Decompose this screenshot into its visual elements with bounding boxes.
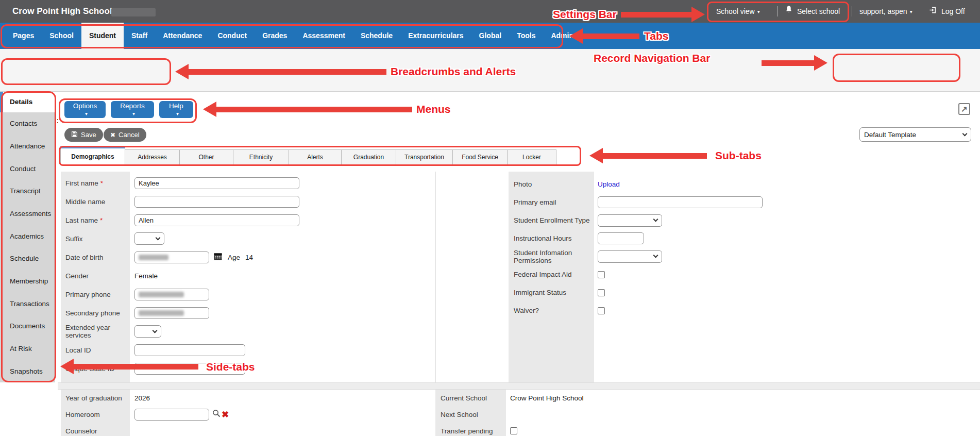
- homeroom-field[interactable]: [134, 409, 209, 421]
- subtab-food-service[interactable]: Food Service: [452, 149, 508, 165]
- sidetab-assessments[interactable]: Assessments: [0, 203, 54, 225]
- tab-attendance[interactable]: Attendance: [155, 23, 210, 49]
- first-name-field[interactable]: [134, 177, 299, 189]
- help-menu-button[interactable]: Help ▾: [159, 101, 193, 118]
- secondary-phone-field[interactable]: [134, 307, 209, 319]
- federal-impact-aid-label: Federal Impact Aid: [509, 271, 594, 278]
- settings-bar: Crow Point High School School view▾ Sele…: [0, 0, 980, 23]
- chevron-down-icon: [962, 131, 968, 136]
- options-menu-button[interactable]: Options ▾: [64, 101, 106, 118]
- tab-staff[interactable]: Staff: [124, 23, 155, 49]
- instructional-hours-field[interactable]: [598, 232, 644, 244]
- user-menu[interactable]: support, aspen▾: [859, 0, 913, 23]
- field-row-waiver: Waiver?: [509, 301, 972, 320]
- sub-tab-bar: Demographics Addresses Other Ethnicity A…: [60, 146, 556, 165]
- info-permissions-label: Student Infomation Permissions: [509, 249, 594, 264]
- federal-impact-aid-checkbox[interactable]: [598, 271, 605, 278]
- primary-email-label: Primary email: [509, 198, 594, 206]
- side-tab-list: Contacts Attendance Conduct Transcript A…: [0, 112, 55, 382]
- subtab-addresses[interactable]: Addresses: [125, 149, 180, 165]
- info-permissions-select[interactable]: [598, 250, 662, 263]
- tab-conduct[interactable]: Conduct: [210, 23, 255, 49]
- immigrant-status-label: Immigrant Status: [509, 289, 594, 296]
- field-row-counselor: Counselor: [61, 423, 432, 436]
- extended-year-services-select[interactable]: [134, 325, 161, 338]
- tab-school[interactable]: School: [42, 23, 81, 49]
- sidetab-membership[interactable]: Membership: [0, 270, 54, 293]
- sidetab-academics[interactable]: Academics: [0, 225, 54, 247]
- chevron-down-icon: ▾: [132, 111, 135, 116]
- tab-student[interactable]: Student: [81, 23, 124, 49]
- tab-tools[interactable]: Tools: [509, 23, 543, 49]
- field-row-primary-phone: Primary phone: [61, 285, 435, 304]
- suffix-select[interactable]: [134, 232, 164, 245]
- subtab-ethnicity[interactable]: Ethnicity: [233, 149, 289, 165]
- select-school-button[interactable]: Select school: [785, 0, 840, 23]
- chevron-down-icon: ▾: [757, 9, 760, 14]
- primary-email-field[interactable]: [598, 196, 763, 208]
- template-select-value: Default Template: [864, 131, 916, 139]
- photo-upload-link[interactable]: Upload: [598, 180, 620, 188]
- redacted-value: [139, 292, 184, 297]
- suffix-label: Suffix: [61, 235, 130, 243]
- secondary-phone-label: Secondary phone: [61, 309, 130, 317]
- waiver-label: Waiver?: [509, 307, 594, 314]
- immigrant-status-checkbox[interactable]: [598, 289, 605, 296]
- primary-phone-field[interactable]: [134, 289, 209, 300]
- subtab-other[interactable]: Other: [179, 149, 233, 165]
- school-view-menu[interactable]: School view▾: [716, 0, 760, 23]
- subtab-locker[interactable]: Locker: [507, 149, 556, 165]
- sidetab-attendance[interactable]: Attendance: [0, 135, 54, 158]
- subtab-alerts[interactable]: Alerts: [289, 149, 342, 165]
- save-button[interactable]: Save: [64, 128, 103, 142]
- sidetab-transactions[interactable]: Transactions: [0, 292, 54, 315]
- sidetab-documents[interactable]: Documents: [0, 315, 54, 338]
- tab-assessment[interactable]: Assessment: [295, 23, 353, 49]
- clear-x-icon[interactable]: ✖: [222, 410, 229, 419]
- cancel-button[interactable]: ✖ Cancel: [104, 128, 146, 142]
- transfer-pending-checkbox[interactable]: [510, 427, 517, 434]
- subtab-transportation[interactable]: Transportation: [396, 149, 453, 165]
- tab-pages[interactable]: Pages: [5, 23, 42, 49]
- magnifier-icon[interactable]: [212, 409, 221, 420]
- unique-state-id-field[interactable]: [134, 363, 245, 375]
- enrollment-type-select[interactable]: [598, 214, 662, 227]
- field-row-suffix: Suffix: [61, 229, 435, 248]
- calendar-icon[interactable]: [214, 253, 222, 262]
- local-id-field[interactable]: [134, 344, 245, 356]
- waiver-checkbox[interactable]: [598, 307, 605, 314]
- divider: [435, 172, 436, 382]
- sidetab-conduct[interactable]: Conduct: [0, 157, 54, 180]
- sidetab-transcript[interactable]: Transcript: [0, 180, 54, 203]
- tab-extracurriculars[interactable]: Extracurriculars: [400, 23, 471, 49]
- tab-grades[interactable]: Grades: [255, 23, 295, 49]
- last-name-field[interactable]: [134, 214, 299, 226]
- date-of-birth-field[interactable]: [134, 251, 209, 263]
- save-floppy-icon: [71, 131, 78, 139]
- tab-admin[interactable]: Admin: [543, 23, 581, 49]
- log-off-button[interactable]: Log Off: [929, 0, 965, 23]
- enrollment-type-label: Student Enrollment Type: [509, 216, 594, 224]
- field-row-date-of-birth: Date of birth Age 14: [61, 248, 435, 266]
- tab-schedule[interactable]: Schedule: [353, 23, 400, 49]
- sidetab-details[interactable]: Details: [0, 92, 55, 112]
- tab-global[interactable]: Global: [471, 23, 510, 49]
- expand-icon[interactable]: ↗: [958, 103, 970, 115]
- subtab-demographics[interactable]: Demographics: [60, 146, 125, 165]
- sidetab-at-risk[interactable]: At Risk: [0, 338, 54, 360]
- school-association-block: Year of graduation 2026 Homeroom ✖ Couns…: [58, 390, 980, 436]
- middle-name-field[interactable]: [134, 196, 299, 208]
- cancel-x-icon: ✖: [110, 131, 115, 139]
- main-tab-bar: Pages School Student Staff Attendance Co…: [0, 23, 980, 49]
- sidetab-contacts[interactable]: Contacts: [0, 112, 54, 135]
- template-select[interactable]: Default Template: [859, 127, 971, 142]
- instructional-hours-label: Instructional Hours: [509, 234, 594, 242]
- subtab-graduation[interactable]: Graduation: [341, 149, 396, 165]
- field-row-extended-year-services: Extended year services: [61, 322, 435, 341]
- sidetab-snapshots[interactable]: Snapshots: [0, 360, 54, 382]
- reports-menu-button[interactable]: Reports ▾: [111, 101, 154, 118]
- chevron-down-icon: ▾: [85, 111, 88, 116]
- redacted-value: [139, 255, 168, 260]
- sidetab-schedule[interactable]: Schedule: [0, 247, 54, 270]
- chevron-down-icon: [156, 235, 161, 240]
